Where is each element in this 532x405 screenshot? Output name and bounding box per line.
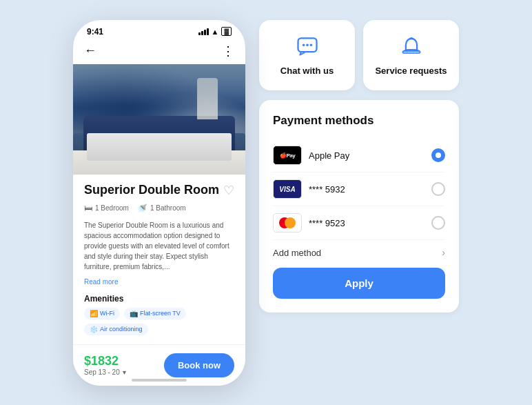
method-left-visa: VISA **** 5932 [273,179,345,199]
phone-nav: ← ⋮ [73,40,245,64]
bathroom-meta: 🚿 1 Bathroom [137,204,186,213]
add-method-label: Add method [273,248,321,258]
pillow-right [145,144,194,161]
payment-card: Payment methods 🍎Pay Apple Pay VISA ** [259,100,459,313]
back-button[interactable]: ← [84,43,96,58]
service-bell-icon [399,34,424,59]
bed-icon: 🛏 [84,204,92,213]
mc-circles [279,217,296,228]
applepay-radio[interactable] [431,148,445,162]
add-method-chevron-icon: › [442,247,445,258]
applepay-name: Apple Pay [309,150,349,161]
status-bar: 9:41 ▲ ▓ [73,20,245,40]
bed-sheet [73,150,245,175]
applepay-badge: 🍎Pay [273,146,302,165]
svg-point-3 [309,43,312,46]
wifi-chip-icon: 📶 [90,310,98,317]
add-method-row[interactable]: Add method › [273,240,445,258]
visa-badge: VISA [273,179,302,199]
amenity-ac: ❄️ Air conditioning [84,324,148,335]
chat-label: Chat with us [280,66,334,77]
favorite-button[interactable]: ♡ [223,183,234,198]
bathroom-count: 1 Bathroom [150,204,186,212]
mc-name: **** 9523 [309,218,345,228]
room-image-inner [73,64,245,175]
room-description: The Superior Double Room is a luxurious … [84,220,234,272]
visa-name: **** 5932 [309,184,345,195]
apply-button[interactable]: Apply [273,268,445,299]
service-label: Service requests [375,66,447,77]
amenities-chips: 📶 Wi-Fi 📺 Flat-screen TV ❄️ Air conditio… [84,308,234,335]
book-button[interactable]: Book now [164,353,234,377]
visa-radio[interactable] [431,182,445,196]
payment-method-applepay[interactable]: 🍎Pay Apple Pay [273,139,445,172]
price-section: $1832 Sep 13 - 20 ▾ [84,354,126,376]
room-image [73,64,245,175]
svg-point-1 [302,43,305,46]
chat-bubble-icon [295,34,320,59]
status-time: 9:41 [87,27,103,37]
amenities-title: Amenities [84,294,234,304]
mastercard-badge [273,213,302,233]
home-indicator [132,379,187,382]
dates-text: Sep 13 - 20 [84,368,120,376]
svg-rect-4 [402,51,420,53]
action-cards: Chat with us Service requests [259,20,459,91]
signal-icon [198,28,209,35]
pillow-left [90,144,139,161]
ac-chip-icon: ❄️ [90,326,98,333]
method-left-mc: **** 9523 [273,213,345,233]
menu-button[interactable]: ⋮ [222,43,234,59]
bath-icon: 🚿 [137,204,147,213]
wifi-icon: ▲ [212,28,219,36]
mc-orange-circle [285,217,296,228]
dates-chevron-icon: ▾ [123,368,126,376]
read-more-link[interactable]: Read more [84,278,118,286]
bed-headboard [83,116,235,154]
main-container: 9:41 ▲ ▓ ← ⋮ [59,6,473,399]
right-panel: Chat with us Service requests Payment me… [259,20,459,313]
room-title-row: Superior Double Room ♡ [84,183,234,198]
payment-method-visa[interactable]: VISA **** 5932 [273,172,445,206]
method-left-applepay: 🍎Pay Apple Pay [273,146,349,165]
room-meta: 🛏 1 Bedroom 🚿 1 Bathroom [84,204,234,213]
price-dates: Sep 13 - 20 ▾ [84,368,126,376]
payment-title: Payment methods [273,114,445,128]
payment-method-mastercard[interactable]: **** 9523 [273,206,445,240]
mc-radio[interactable] [431,216,445,230]
phone-mockup: 9:41 ▲ ▓ ← ⋮ [73,20,245,386]
room-title: Superior Double Room [84,183,219,198]
bedroom-count: 1 Bedroom [95,204,129,212]
tv-chip-icon: 📺 [130,310,138,317]
visa-label: VISA [279,186,295,193]
wall [73,64,245,106]
chat-card[interactable]: Chat with us [259,20,355,91]
svg-point-2 [306,43,309,46]
amenities-section: Amenities 📶 Wi-Fi 📺 Flat-screen TV ❄️ Ai… [84,294,234,335]
amenity-tv: 📺 Flat-screen TV [124,308,186,319]
service-card[interactable]: Service requests [363,20,459,91]
amenity-wifi: 📶 Wi-Fi [84,308,120,319]
battery-icon: ▓ [221,27,232,36]
price-amount: $1832 [84,354,126,368]
phone-content: Superior Double Room ♡ 🛏 1 Bedroom 🚿 1 B… [73,175,245,361]
status-icons: ▲ ▓ [198,27,232,36]
bedroom-meta: 🛏 1 Bedroom [84,204,129,213]
